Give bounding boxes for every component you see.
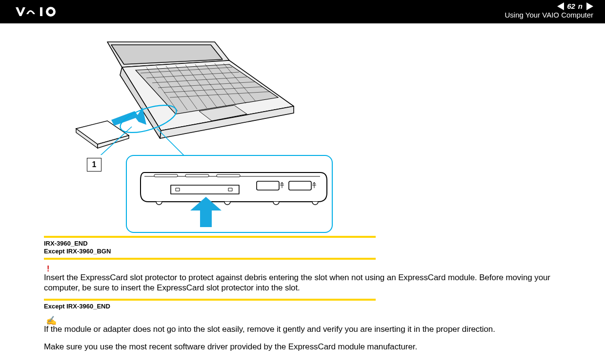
warning-block: ! Insert the ExpressCard slot protector … (44, 265, 561, 293)
vaio-logo (16, 5, 74, 19)
slot-detail-panel (126, 155, 333, 233)
callout-number: 1 (92, 160, 97, 169)
header-right: 62 n Using Your VAIO Computer (505, 2, 593, 21)
note-block: ✍ If the module or adapter does not go i… (44, 315, 561, 352)
code-label-c: Except IRX-3960_END (44, 303, 566, 310)
svg-rect-20 (154, 174, 178, 177)
svg-rect-0 (40, 7, 42, 16)
laptop-illustration (73, 38, 302, 155)
next-page-icon[interactable] (586, 2, 593, 10)
section-title: Using Your VAIO Computer (505, 11, 593, 19)
note-paragraph: If the module or adapter does not go int… (44, 324, 561, 334)
page-content: 1 (0, 23, 605, 352)
yellow-divider (44, 299, 376, 301)
code-label-a: IRX-3960_END (44, 240, 566, 248)
yellow-divider (44, 258, 376, 260)
svg-rect-21 (185, 174, 209, 177)
page-header: 62 n Using Your VAIO Computer (0, 0, 605, 23)
svg-rect-26 (257, 181, 279, 190)
warning-paragraph: Insert the ExpressCard slot protector to… (44, 272, 561, 293)
page-n-suffix: n (578, 2, 583, 11)
prev-page-icon[interactable] (557, 2, 564, 10)
page-nav: 62 n (505, 2, 593, 11)
svg-rect-27 (289, 181, 311, 190)
svg-rect-24 (176, 188, 180, 191)
code-label-b: Except IRX-3960_BGN (44, 248, 566, 255)
page-n-label: 62 (567, 2, 575, 11)
yellow-divider (44, 236, 376, 238)
svg-rect-25 (228, 188, 232, 191)
expresscard-diagram: 1 (73, 38, 346, 233)
svg-rect-22 (217, 174, 240, 177)
driver-paragraph: Make sure you use the most recent softwa… (44, 342, 561, 352)
diagram-callout-1: 1 (87, 158, 101, 172)
